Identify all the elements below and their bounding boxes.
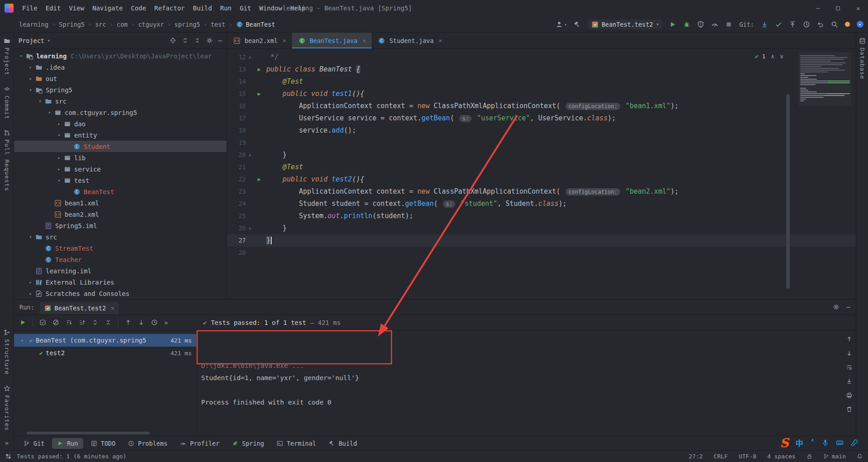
read-only-lock-icon[interactable] [807, 453, 812, 459]
tool-window-button-git[interactable]: Git [19, 438, 49, 449]
breadcrumb-item[interactable]: test [211, 21, 226, 28]
menu-code[interactable]: Code [127, 3, 151, 13]
tree-item-test[interactable]: ▾test [14, 175, 226, 186]
tool-window-button-todo[interactable]: TODO [86, 438, 121, 449]
maximize-button[interactable] [835, 5, 841, 11]
panel-settings-icon[interactable] [833, 304, 840, 310]
profiler-button[interactable] [711, 21, 718, 28]
breadcrumb-item[interactable]: ctguyxr [138, 21, 164, 28]
horizontal-scrollbar[interactable] [27, 432, 150, 434]
next-problem-icon[interactable]: ∨ [780, 53, 783, 60]
history-button[interactable] [151, 319, 158, 326]
close-icon[interactable]: × [363, 37, 366, 44]
sidebar-item-pull-requests[interactable]: Pull Requests [4, 124, 10, 196]
more-actions-button[interactable]: » [164, 319, 168, 326]
git-commit-button[interactable] [775, 21, 782, 28]
line-separator[interactable]: CRLF [714, 453, 728, 460]
clear-button[interactable] [846, 406, 853, 413]
sidebar-item-favorites[interactable]: Favorites [4, 380, 10, 436]
run-config-tab[interactable]: BeanTest.test2 × [40, 302, 119, 314]
tree-item-entity[interactable]: ▾entity [14, 129, 226, 141]
close-button[interactable]: ✕ [856, 5, 860, 12]
next-button[interactable] [138, 319, 145, 326]
tree-item-lib[interactable]: ▸lib [14, 152, 226, 163]
editor-tab-bean2-xml[interactable]: bean2.xml× [227, 33, 292, 48]
notification-badge[interactable] [845, 22, 850, 27]
sidebar-item-database[interactable]: Database [859, 33, 866, 85]
tree-item-service[interactable]: ▸service [14, 163, 226, 175]
breadcrumb-item[interactable]: learning [19, 21, 48, 28]
prev-problem-icon[interactable]: ∧ [771, 53, 774, 60]
collapse-all-button[interactable] [105, 319, 112, 326]
tree-item-learning-iml[interactable]: learning.iml [14, 265, 226, 276]
tree-item-dao[interactable]: ▸dao [14, 118, 226, 129]
menu-file[interactable]: File [18, 3, 42, 13]
code-minimap[interactable] [798, 52, 852, 107]
tree-item-streamtest[interactable]: CStreamTest [14, 243, 226, 254]
tree-item-student[interactable]: CStudent [14, 141, 226, 152]
ime-punctuation-toggle[interactable]: ’ [810, 438, 815, 447]
locate-file-button-icon[interactable] [170, 37, 176, 44]
breadcrumb-item[interactable]: com [117, 21, 127, 28]
file-encoding[interactable]: UTF-8 [739, 453, 756, 460]
hidden-tool-windows-button[interactable]: » [5, 436, 9, 450]
tree-item-bean2-xml[interactable]: bean2.xml [14, 209, 226, 220]
tree-item-beantest[interactable]: CBeanTest [14, 186, 226, 197]
test-result-row[interactable]: ✔test2421 ms [14, 347, 196, 359]
show-passed-button[interactable] [39, 319, 46, 326]
menu-run[interactable]: Run [216, 3, 236, 13]
toolbox-icon[interactable] [850, 439, 858, 447]
tree-item-bean1-xml[interactable]: bean1.xml [14, 197, 226, 209]
menu-edit[interactable]: Edit [42, 3, 65, 13]
scrollend-button[interactable] [846, 378, 853, 385]
tool-window-button-terminal[interactable]: Terminal [272, 438, 321, 449]
run-configuration-selector[interactable]: BeanTest.test2▾ [588, 19, 663, 29]
print-button[interactable] [846, 392, 853, 399]
expand-all-button-icon[interactable] [182, 37, 189, 44]
sogou-logo-icon[interactable]: S [780, 436, 789, 450]
test-result-row[interactable]: ▾✔BeanTest (com.ctguyxr.spring5421 ms [14, 334, 196, 347]
close-icon[interactable]: × [111, 305, 114, 311]
ignore-button[interactable] [52, 319, 59, 326]
tree-item-spring5[interactable]: ▾Spring5 [14, 84, 226, 95]
ide-settings-button[interactable]: ▸ [857, 21, 863, 28]
run-gutter-icon[interactable]: ▶ [254, 173, 264, 186]
editor-tab-beantest-java[interactable]: CBeanTest.java× [292, 33, 372, 48]
editor-scrollbar[interactable] [786, 94, 790, 289]
close-icon[interactable]: × [283, 37, 286, 44]
notifications-icon[interactable] [857, 453, 863, 459]
git-update-button[interactable] [761, 21, 768, 28]
editor-tab-student-java[interactable]: CStudent.java× [372, 33, 448, 48]
keyboard-icon[interactable] [836, 439, 844, 447]
close-icon[interactable]: × [439, 37, 442, 44]
breadcrumb-item[interactable]: CBeanTest [236, 21, 275, 28]
sort-asc-button[interactable] [79, 319, 85, 326]
tool-window-button-build[interactable]: Build [324, 438, 362, 449]
git-branch-widget[interactable]: main [823, 453, 846, 460]
tree-item-teacher[interactable]: CTeacher [14, 254, 226, 265]
tree-item-com-ctguyxr-spring5[interactable]: ▾com.ctguyxr.spring5 [14, 107, 226, 118]
run-gutter-icon[interactable]: ▶ [254, 88, 264, 100]
menu-refactor[interactable]: Refactor [150, 3, 189, 13]
collapse-all-button-icon[interactable] [194, 37, 201, 44]
softwrap-button[interactable] [846, 364, 853, 371]
build-project-button[interactable] [574, 21, 581, 28]
debug-button[interactable] [683, 21, 690, 28]
tool-window-button-problems[interactable]: Problems [123, 438, 172, 449]
tool-window-button-run[interactable]: Run [52, 438, 83, 449]
tree-item-external-libraries[interactable]: ▸External Libraries [14, 276, 226, 288]
sort-desc-button[interactable] [66, 319, 72, 326]
menu-navigate[interactable]: Navigate [88, 3, 127, 13]
coverage-button[interactable] [697, 21, 704, 28]
tree-item-spring5-iml[interactable]: Spring5.iml [14, 220, 226, 231]
previous-button[interactable] [125, 319, 132, 326]
up-button[interactable] [846, 336, 853, 343]
indent-style[interactable]: 4 spaces [767, 453, 796, 460]
git-push-button[interactable] [789, 21, 796, 28]
tool-window-button-profiler[interactable]: Profiler [175, 438, 224, 449]
tool-window-button-spring[interactable]: Spring [227, 438, 269, 449]
tree-item-scratches-and-consoles[interactable]: ▸Scratches and Consoles [14, 288, 226, 299]
expand-all-button[interactable] [92, 319, 99, 326]
stop-button[interactable] [725, 21, 732, 28]
sidebar-item-project[interactable]: Project [4, 33, 10, 81]
